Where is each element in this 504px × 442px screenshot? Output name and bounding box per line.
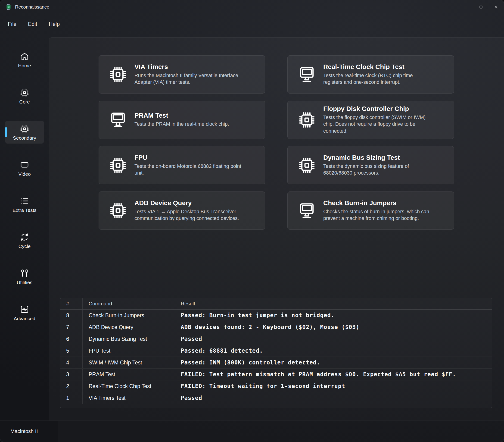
test-cards-grid: VIA Timers Runs the Macintosh II family … [99,55,454,230]
app-icon [5,4,12,10]
result-row-number: 7 [60,321,83,333]
video-icon [20,160,29,170]
test-card-text: Real-Time Clock Chip Test Tests the real… [323,63,432,86]
test-card-description: Tests VIA 1 ↔ Apple Desktop Bus Transcei… [135,208,243,222]
result-row[interactable]: 3 PRAM Test FAILED: Test pattern mismatc… [60,368,492,380]
result-row-command: Check Burn-in Jumpers [83,310,176,321]
result-row-result: FAILED: Timeout waiting for 1-second int… [176,380,492,392]
result-row-number: 5 [60,345,83,357]
result-row-result: Passed: IWM (800K) controller detected. [176,357,492,368]
test-card-description: Runs the Macintosh II family Versatile I… [135,72,243,86]
result-row[interactable]: 2 Real-Time Clock Chip Test FAILED: Time… [60,380,492,392]
sidebar-item-label: Video [18,171,31,177]
monitor-icon [297,65,316,84]
test-card-description: Tests the on-board Motorola 68882 floati… [135,163,243,176]
sidebar-item-label: Core [19,99,30,105]
menu-item-help[interactable]: Help [44,18,65,30]
result-row-number: 8 [60,310,83,321]
results-table-header: # Command Result [60,298,492,310]
chip-icon [109,65,127,84]
test-card-title: Real-Time Clock Chip Test [323,63,432,71]
test-card-text: FPU Tests the on-board Motorola 68882 fl… [135,154,243,176]
chip-icon [20,88,29,97]
maximize-button[interactable] [473,0,488,14]
content-panel: VIA Timers Runs the Macintosh II family … [49,37,504,421]
test-card-floppy-disk-controller-chip[interactable]: Floppy Disk Controller Chip Tests the fl… [287,101,454,139]
result-row-number: 3 [60,368,83,380]
status-bar-divider [58,421,58,442]
result-row[interactable]: 7 ADB Device Query ADB devices found: 2 … [60,321,492,333]
result-row-command: SWIM / IWM Chip Test [83,357,176,368]
test-card-adb-device-query[interactable]: ADB Device Query Tests VIA 1 ↔ Apple Des… [99,191,265,230]
test-card-text: VIA Timers Runs the Macintosh II family … [135,63,243,86]
test-card-real-time-clock-chip-test[interactable]: Real-Time Clock Chip Test Tests the real… [287,55,454,93]
column-header-command: Command [83,298,176,309]
sidebar-item-cycle[interactable]: Cycle [5,229,44,252]
result-row-result: Passed: Burn-in test jumper is not bridg… [176,310,492,321]
result-row-command: ADB Device Query [83,321,176,333]
sidebar-item-core[interactable]: Core [5,85,44,108]
sidebar-item-secondary[interactable]: Secondary [5,121,44,144]
result-row-command: FPU Test [83,345,176,357]
test-card-description: Tests the real-time clock (RTC) chip tim… [323,72,432,86]
test-card-title: FPU [135,154,243,161]
result-row-command: Real-Time Clock Chip Test [83,380,176,392]
result-row[interactable]: 5 FPU Test Passed: 68881 detected. [60,345,492,357]
sidebar-item-label: Cycle [18,244,31,249]
test-card-title: ADB Device Query [135,199,243,207]
chip-icon [297,156,316,175]
sidebar-item-utilities[interactable]: Utilities [5,265,44,288]
menu-item-file[interactable]: File [3,18,21,30]
chip-icon [109,156,127,175]
test-card-text: ADB Device Query Tests VIA 1 ↔ Apple Des… [135,199,243,222]
cycle-icon [20,232,29,242]
minimize-button[interactable] [458,0,473,14]
sidebar-item-video[interactable]: Video [5,157,44,180]
sidebar-item-label: Advanced [14,316,35,321]
app-window: Reconnaissance File Edit Help [0,0,504,442]
result-row-command: Dynamic Bus Sizing Test [83,333,176,345]
window-controls [458,0,504,14]
test-card-via-timers[interactable]: VIA Timers Runs the Macintosh II family … [99,55,265,93]
sidebar-item-extra-tests[interactable]: Extra Tests [5,193,44,216]
test-card-title: Dynamic Bus Sizing Test [323,154,432,161]
result-row-result: Passed [176,392,492,404]
home-icon [20,52,29,61]
result-row[interactable]: 1 VIA Timers Test Passed [60,392,492,404]
result-row[interactable]: 8 Check Burn-in Jumpers Passed: Burn-in … [60,310,492,321]
test-card-dynamic-bus-sizing-test[interactable]: Dynamic Bus Sizing Test Tests the dynami… [287,146,454,184]
sidebar-item-label: Utilities [17,280,32,285]
machine-label: Macintosh II [10,428,38,434]
test-card-description: Tests the dynamic bus sizing feature of … [323,163,432,176]
test-card-title: Floppy Disk Controller Chip [323,105,432,112]
menu-item-edit[interactable]: Edit [23,18,42,30]
result-row-result: FAILED: Test pattern mismatch at PRAM ad… [176,368,492,380]
test-card-description: Tests the PRAM in the real-time clock ch… [135,121,229,128]
result-row-result: ADB devices found: 2 - Keyboard ($02), M… [176,321,492,333]
result-row-command: PRAM Test [83,368,176,380]
test-card-text: PRAM Test Tests the PRAM in the real-tim… [135,112,229,128]
test-card-fpu[interactable]: FPU Tests the on-board Motorola 68882 fl… [99,146,265,184]
result-row-number: 6 [60,333,83,345]
test-card-description: Tests the floppy disk controller (SWIM o… [323,114,432,134]
result-row[interactable]: 4 SWIM / IWM Chip Test Passed: IWM (800K… [60,357,492,368]
result-row-command: VIA Timers Test [83,392,176,404]
sidebar-item-advanced[interactable]: Advanced [5,301,44,324]
result-row-result: Passed [176,333,492,345]
menu-bar: File Edit Help [0,14,65,35]
close-button[interactable] [488,0,504,14]
sidebar-item-home[interactable]: Home [5,48,44,71]
result-row-number: 1 [60,392,83,404]
test-card-check-burn-in-jumpers[interactable]: Check Burn-in Jumpers Checks the status … [287,191,454,230]
chip-icon [109,202,127,220]
selection-indicator [5,127,7,137]
test-card-title: Check Burn-in Jumpers [323,199,432,207]
test-card-pram-test[interactable]: PRAM Test Tests the PRAM in the real-tim… [99,101,265,139]
result-row[interactable]: 6 Dynamic Bus Sizing Test Passed [60,333,492,345]
test-card-text: Check Burn-in Jumpers Checks the status … [323,199,432,222]
result-row-number: 2 [60,380,83,392]
test-card-title: VIA Timers [135,63,243,71]
column-header-result: Result [176,298,492,309]
test-card-title: PRAM Test [135,112,229,119]
monitor-icon [109,111,127,129]
